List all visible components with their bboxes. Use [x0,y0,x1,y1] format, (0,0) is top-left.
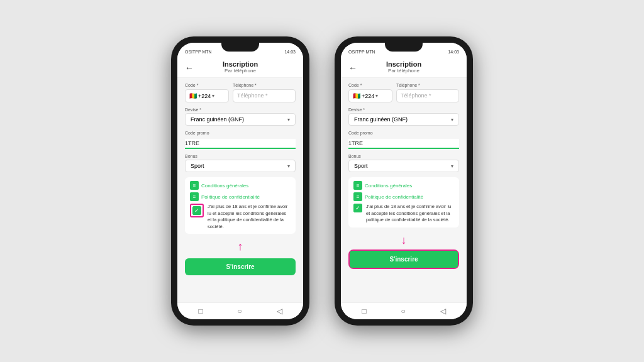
bottom-nav-1: □ ○ ◁ [177,302,303,319]
phone-1: OSITPP MTN 14:03 ← Inscription Par télép… [171,36,309,326]
register-button-1[interactable]: S'inscrire [185,258,296,275]
app-subtitle-1: Par téléphone [190,68,291,74]
bottom-nav-2: □ ○ ◁ [341,302,467,319]
app-title-2: Inscription [353,60,454,68]
phone-1-screen: OSITPP MTN 14:03 ← Inscription Par télép… [177,43,303,319]
checkbox-box-2: ✓ [353,204,362,212]
phone-row-1: 🇬🇳 +224 ▾ Téléphone * [185,89,296,102]
devise-chevron-2: ▾ [451,117,453,123]
privacy-text-1: Politique de confidentialité [201,194,260,200]
bonus-value-2: Sport [354,163,368,169]
checkbox-box-1: ✓ [192,206,201,215]
app-content-2: Code * Téléphone * 🇬🇳 +224 ▾ Téléphone * [341,78,467,302]
devise-block-1: Devise * Franc guinéen (GNF) ▾ [185,107,296,126]
phone-input-2[interactable]: Téléphone * [396,89,459,102]
status-left-2: OSITPP MTN [348,50,375,54]
status-right-1: 14:03 [284,50,296,54]
promo-input-1[interactable] [185,139,296,149]
devise-field-2[interactable]: Franc guinéen (GNF) ▾ [348,113,459,126]
checkbox-text-1: J'ai plus de 18 ans et je confirme avoir… [208,204,291,230]
notch-1 [221,43,259,52]
devise-block-2: Devise * Franc guinéen (GNF) ▾ [348,107,459,126]
status-bar-1: OSITPP MTN 14:03 [177,43,303,58]
flag-1: 🇬🇳 [189,92,197,99]
bonus-value-1: Sport [191,163,204,169]
devise-field-1[interactable]: Franc guinéen (GNF) ▾ [185,113,296,126]
bonus-chevron-1: ▾ [287,163,290,169]
bonus-chevron-2: ▾ [451,163,453,169]
app-header-1: ← Inscription Par téléphone [177,58,303,78]
status-left-1: OSITPP MTN [185,50,212,54]
doc-icon-general-1: ≡ [190,181,199,190]
code-chevron-2: ▾ [375,93,378,99]
tel-label-2: Téléphone * [396,83,459,87]
button-highlight-2: S'inscrire [348,250,459,269]
bonus-field-2[interactable]: Sport ▾ [348,160,459,172]
privacy-conditions-2[interactable]: ≡ Politique de confidentialité [353,192,454,201]
bonus-block-1: Bonus Sport ▾ [185,154,296,172]
general-conditions-2[interactable]: ≡ Conditions générales [353,181,454,190]
notch-2 [385,43,423,52]
code-label-2: Code * [348,83,392,87]
conditions-section-1: ≡ Conditions générales ≡ Politique de co… [185,177,296,234]
phone-row-2: 🇬🇳 +224 ▾ Téléphone * [348,89,459,102]
nav-circle-1[interactable]: ○ [237,307,242,315]
back-arrow-1[interactable]: ← [185,63,194,73]
promo-block-1: Code promo [185,131,296,149]
devise-label-1: Devise * [185,107,296,112]
code-field-1[interactable]: 🇬🇳 +224 ▾ [185,89,229,102]
doc-icon-privacy-2: ≡ [353,192,362,201]
arrow-down-2: ↓ [348,231,459,250]
bonus-label-1: Bonus [185,154,296,158]
nav-square-2[interactable]: □ [362,307,366,315]
bonus-field-1[interactable]: Sport ▾ [185,160,296,172]
promo-label-2: Code promo [348,131,459,135]
code-label-1: Code * [185,83,229,87]
code-value-1: +224 [198,93,211,99]
code-value-2: +224 [362,93,374,99]
devise-value-2: Franc guinéen (GNF) [354,116,408,123]
tel-label-1: Téléphone * [233,83,296,87]
nav-circle-2[interactable]: ○ [401,307,405,315]
doc-icon-general-2: ≡ [353,181,362,190]
checkbox-row-2: ✓ J'ai plus de 18 ans et je confirme avo… [353,204,454,224]
checkbox-text-2: J'ai plus de 18 ans et je confirme avoir… [366,204,454,224]
conditions-section-2: ≡ Conditions générales ≡ Politique de co… [348,177,459,228]
checkbox-highlight-1: ✓ [190,204,204,217]
bonus-block-2: Bonus Sport ▾ [348,154,459,172]
app-content-1: Code * Téléphone * 🇬🇳 +224 ▾ Téléphone * [177,78,303,302]
phone-2-screen: OSITPP MTN 14:03 ← Inscription Par télép… [341,43,467,319]
input-labels-row-1: Code * Téléphone * [185,83,296,89]
bonus-label-2: Bonus [348,154,459,158]
promo-label-1: Code promo [185,131,296,135]
privacy-text-2: Politique de confidentialité [365,194,423,200]
input-labels-row-2: Code * Téléphone * [348,83,459,89]
general-text-1: Conditions générales [201,183,248,189]
checkbox-container-2[interactable]: ✓ [353,204,362,212]
code-field-2[interactable]: 🇬🇳 +224 ▾ [348,89,392,102]
devise-value-1: Franc guinéen (GNF) [191,116,244,123]
privacy-conditions-1[interactable]: ≡ Politique de confidentialité [190,192,291,201]
phone-input-1[interactable]: Téléphone * [233,89,296,102]
nav-back-2[interactable]: ◁ [440,307,446,315]
flag-2: 🇬🇳 [353,92,360,99]
promo-block-2: Code promo [348,131,459,149]
nav-square-1[interactable]: □ [198,307,203,315]
app-header-2: ← Inscription Par téléphone [341,58,467,78]
status-bar-2: OSITPP MTN 14:03 [341,43,467,58]
nav-back-1[interactable]: ◁ [277,307,282,315]
phones-container: OSITPP MTN 14:03 ← Inscription Par télép… [171,36,473,326]
promo-input-2[interactable] [348,139,459,149]
register-button-2[interactable]: S'inscrire [350,251,458,268]
phone-2: OSITPP MTN 14:03 ← Inscription Par télép… [335,36,473,326]
general-text-2: Conditions générales [365,183,412,189]
devise-chevron-1: ▾ [287,117,290,123]
doc-icon-privacy-1: ≡ [190,192,199,201]
general-conditions-1[interactable]: ≡ Conditions générales [190,181,291,190]
checkbox-check-2: ✓ [355,205,360,211]
checkbox-container-1[interactable]: ✓ [192,206,201,215]
checkbox-check-1: ✓ [194,207,199,214]
checkbox-row-1: ✓ J'ai plus de 18 ans et je confirme avo… [190,204,291,230]
back-arrow-2[interactable]: ← [348,63,357,73]
app-title-1: Inscription [190,60,291,68]
